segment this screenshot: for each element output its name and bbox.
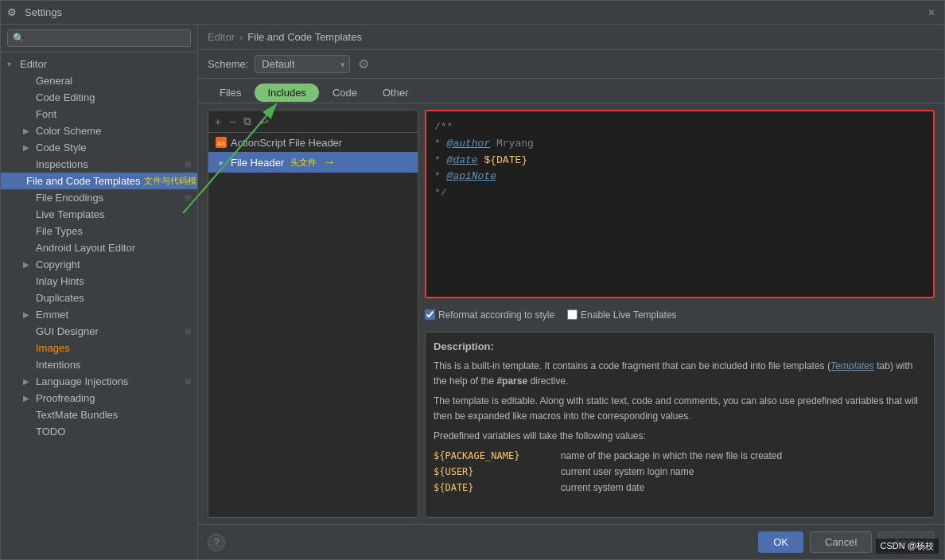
var-package-name-desc: name of the package in which the new fil… [561,450,782,461]
sidebar-item-duplicates[interactable]: Duplicates [1,290,197,306]
file-encodings-icon: ⊞ [185,193,191,202]
expand-icon: ▶ [23,260,33,269]
templates-link: Templates [830,360,874,371]
expand-icon: ▶ [23,310,33,319]
var-date: ${DATE} [434,482,561,493]
search-box [1,25,197,52]
sidebar-label-inspections: Inspections [36,158,88,170]
tab-includes[interactable]: Includes [255,84,318,102]
cancel-button[interactable]: Cancel [810,531,872,553]
sidebar-item-language-injections[interactable]: ▶ Language Injections ⊞ [1,373,197,390]
expand-icon: ▶ [23,143,33,152]
tabs-row: Files Includes Code Other [198,79,944,103]
panel-body: + − ⧉ ↩ AS Act [198,103,944,524]
parse-directive: #parse [496,375,527,387]
live-templates-label: Enable Live Templates [581,309,677,321]
sidebar-tree: ▾ Editor General Code Editing Font ▶ [1,52,197,559]
sidebar-label-duplicates: Duplicates [36,292,84,304]
window-controls: ✕ [925,6,938,19]
file-item-label-file-header: File Header [231,157,284,169]
breadcrumb-parent: Editor [208,31,235,43]
sidebar-item-file-code-templates[interactable]: File and Code Templates 文件与代码模板 [1,173,197,189]
expand-icon: ▶ [23,126,33,135]
reset-button[interactable]: ↩ [256,114,272,130]
sidebar-item-images[interactable]: Images [1,340,197,356]
live-templates-checkbox-label[interactable]: Enable Live Templates [567,309,677,321]
main-content: ▾ Editor General Code Editing Font ▶ [1,25,944,559]
settings-window: ⚙ Settings ✕ ▾ Editor General [0,0,945,560]
sidebar-item-proofreading[interactable]: ▶ Proofreading [1,390,197,406]
sidebar-item-intentions[interactable]: Intentions [1,356,197,373]
close-btn[interactable]: ✕ [925,6,938,19]
sidebar-label-todo: TODO [36,426,65,438]
sidebar-item-code-editing[interactable]: Code Editing [1,89,197,106]
title-bar: ⚙ Settings ✕ [1,1,944,25]
sidebar-item-file-encodings[interactable]: File Encodings ⊞ [1,189,197,206]
svg-text:F: F [220,160,224,167]
sidebar-label-copyright: Copyright [36,259,80,270]
copy-button[interactable]: ⧉ [240,113,255,130]
sidebar-label-proofreading: Proofreading [36,392,95,404]
file-header-chinese: 头文件 [290,157,317,169]
description-variables: ${PACKAGE_NAME} name of the package in w… [434,450,926,493]
lang-injections-icon: ⊞ [185,377,191,386]
svg-text:AS: AS [217,140,226,147]
add-button[interactable]: + [212,114,224,130]
sidebar-item-android-layout-editor[interactable]: Android Layout Editor [1,239,197,256]
predefined-label: Predefined variables will take the follo… [434,429,926,444]
code-line-4: * @apiNote [434,169,925,185]
sidebar-item-color-scheme[interactable]: ▶ Color Scheme [1,122,197,139]
reformat-label: Reformat according to style [438,309,554,321]
breadcrumb: Editor › File and Code Templates [198,25,944,50]
sidebar-item-textmate-bundles[interactable]: TextMate Bundles [1,406,197,423]
actionscript-file-icon: AS [215,136,228,149]
sidebar-item-emmet[interactable]: ▶ Emmet [1,306,197,323]
reformat-checkbox[interactable] [425,309,435,320]
sidebar-item-code-style[interactable]: ▶ Code Style [1,139,197,156]
sidebar-item-inspections[interactable]: Inspections ⊞ [1,156,197,173]
search-input[interactable] [7,29,191,47]
sidebar-item-copyright[interactable]: ▶ Copyright [1,256,197,273]
sidebar-item-gui-designer[interactable]: GUI Designer ⊞ [1,323,197,340]
live-templates-checkbox[interactable] [567,309,578,320]
arrow-indicator: → [323,155,336,169]
sidebar-item-font[interactable]: Font [1,106,197,122]
code-line-5: */ [434,185,925,202]
sidebar-item-editor[interactable]: ▾ Editor [1,56,197,72]
watermark: CSDN @杨校 [876,539,939,554]
sidebar-item-live-templates[interactable]: Live Templates [1,206,197,223]
var-date-desc: current system date [561,482,644,493]
sidebar-label-code-style: Code Style [36,142,87,154]
code-editor[interactable]: /** * @author Mryang * @date ${DATE} * @… [425,110,935,298]
file-item-actionscript[interactable]: AS ActionScript File Header [208,133,418,152]
file-item-label-actionscript: ActionScript File Header [231,137,342,149]
sidebar-label-font: Font [36,108,56,120]
file-list-panel: + − ⧉ ↩ AS Act [208,110,418,518]
scheme-select-wrap: Default Project [255,55,350,73]
description-title: Description: [434,340,926,352]
sidebar-item-file-types[interactable]: File Types [1,223,197,239]
breadcrumb-separator: › [239,31,243,43]
help-button[interactable]: ? [208,534,225,551]
sidebar-item-inlay-hints[interactable]: Inlay Hints [1,273,197,290]
sidebar-label-code-editing: Code Editing [36,91,95,103]
ok-button[interactable]: OK [758,531,803,553]
var-user: ${USER} [434,466,561,477]
sidebar-item-todo[interactable]: TODO [1,423,197,440]
var-package-name: ${PACKAGE_NAME} [434,450,561,461]
sidebar-item-general[interactable]: General [1,72,197,89]
tab-files[interactable]: Files [208,82,253,103]
tab-other[interactable]: Other [371,82,421,103]
tab-code[interactable]: Code [321,82,369,103]
reformat-checkbox-label[interactable]: Reformat according to style [425,309,554,321]
scheme-label: Scheme: [208,58,248,70]
code-line-3: * @date ${DATE} [434,153,925,169]
remove-button[interactable]: − [226,114,239,130]
file-item-file-header[interactable]: F File Header 头文件 → [208,152,418,173]
scheme-select[interactable]: Default Project [255,55,350,73]
breadcrumb-current: File and Code Templates [247,31,362,43]
file-header-icon: F [215,156,228,169]
sidebar-label-emmet: Emmet [36,309,68,321]
scheme-gear-button[interactable]: ⚙ [356,55,371,73]
code-line-1: /** [434,119,925,136]
